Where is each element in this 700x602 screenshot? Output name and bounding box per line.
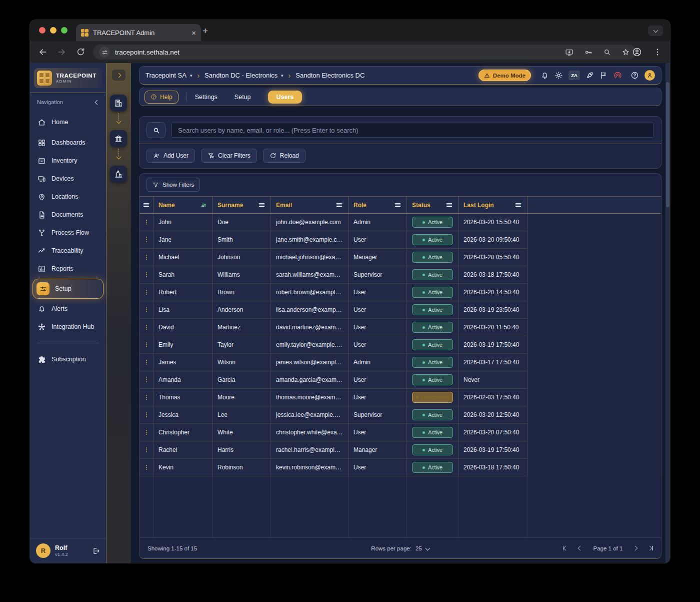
theme-sun-icon[interactable] [554,71,563,80]
table-row[interactable]: Jane Smith jane.smith@example.com User A… [140,231,661,249]
sidebar-item-process-flow[interactable]: Process Flow [30,224,106,242]
row-actions-kebab-icon[interactable] [140,354,154,371]
sidebar-item-devices[interactable]: Devices [30,170,106,188]
table-row[interactable]: Thomas Moore thomas.moore@example.com Us… [140,389,661,406]
user-avatar[interactable]: R [36,543,50,558]
dc-level-button[interactable] [110,166,127,183]
breadcrumb-dc[interactable]: Sandton Electronics DC [296,72,364,79]
table-row[interactable]: Amanda Garcia amanda.garcia@example.com … [140,371,661,389]
collapse-sidebar-icon[interactable] [95,100,100,105]
breadcrumb-company[interactable]: Tracepoint SA▾ [146,72,192,79]
row-actions-kebab-icon[interactable] [140,406,154,424]
row-actions-kebab-icon[interactable] [140,319,154,336]
rows-per-page-value[interactable]: 25 [416,545,422,551]
profile-avatar-icon[interactable] [644,70,655,81]
notifications-bell-icon[interactable] [540,71,549,80]
row-actions-kebab-icon[interactable] [140,301,154,319]
password-key-icon[interactable] [584,48,592,57]
tab-search-button[interactable] [648,26,663,36]
row-actions-kebab-icon[interactable] [140,231,154,249]
table-row[interactable]: Kevin Robinson kevin.robinson@example.co… [140,459,661,476]
row-actions-kebab-icon[interactable] [140,441,154,459]
site-settings-icon[interactable] [99,47,110,58]
breadcrumb-site[interactable]: Sandton DC - Electronics▾ [204,72,283,79]
table-row[interactable]: Rachel Harris rachel.harris@example.com … [140,441,661,459]
column-header-role[interactable]: Role [348,197,407,214]
help-icon[interactable] [630,71,639,80]
new-tab-button[interactable]: + [202,26,208,37]
locale-button[interactable]: ZA [568,71,580,80]
back-button[interactable] [38,47,48,57]
show-filters-button[interactable]: Show Filters [146,178,200,192]
brand-logo[interactable]: TRACEPOINT ADMIN [34,68,102,88]
prev-page-button[interactable] [578,546,582,550]
reload-button[interactable] [76,47,86,57]
first-page-button[interactable] [563,546,568,550]
tab-users[interactable]: Users [268,91,302,104]
table-row[interactable]: Emily Taylor emily.taylor@example.com Us… [140,336,661,354]
column-menu-icon[interactable] [394,201,402,209]
help-button[interactable]: Help [144,91,178,104]
row-actions-kebab-icon[interactable] [140,249,154,266]
sidebar-item-dashboards[interactable]: Dashboards [30,134,106,152]
last-page-button[interactable] [648,546,653,550]
add-user-button[interactable]: Add User [146,149,195,163]
row-actions-kebab-icon[interactable] [140,284,154,301]
sidebar-item-setup[interactable]: Setup [32,279,104,299]
table-row[interactable]: John Doe john.doe@example.com Admin Acti… [140,214,661,231]
demo-mode-badge[interactable]: Demo Mode [478,70,531,81]
forward-button[interactable] [56,47,66,57]
column-header-status[interactable]: Status [407,197,458,214]
sidebar-item-subscription[interactable]: Subscription [30,350,106,368]
sidebar-item-reports[interactable]: Reports [30,260,106,278]
sidebar-item-inventory[interactable]: Inventory [30,152,106,170]
table-row[interactable]: Christopher White christopher.white@exam… [140,424,661,441]
bookmark-star-icon[interactable] [622,48,630,57]
row-actions-kebab-icon[interactable] [140,371,154,389]
sidebar-item-locations[interactable]: Locations [30,188,106,206]
row-actions-kebab-icon[interactable] [140,336,154,354]
column-header-surname[interactable]: Surname [212,197,271,214]
table-row[interactable]: Robert Brown robert.brown@example.com Us… [140,284,661,301]
live-broadcast-icon[interactable] [614,71,622,80]
sidebar-item-alerts[interactable]: Alerts [30,300,106,318]
column-menu-icon[interactable] [258,201,266,209]
table-row[interactable]: James Wilson james.wilson@example.com Ad… [140,354,661,371]
close-tab-icon[interactable]: × [192,29,196,37]
row-actions-kebab-icon[interactable] [140,214,154,231]
table-row[interactable]: Jessica Lee jessica.lee@example.com Supe… [140,406,661,424]
column-header-email[interactable]: Email [271,197,348,214]
rows-per-page[interactable]: Rows per page: 25 [371,545,429,551]
install-app-icon[interactable] [565,48,574,57]
column-menu-button[interactable] [140,197,154,214]
expand-rail-button[interactable] [112,70,126,81]
search-input[interactable] [172,123,654,138]
tab-setup[interactable]: Setup [234,94,251,101]
sidebar-item-integration-hub[interactable]: Integration Hub [30,318,106,336]
browser-profile-icon[interactable] [632,47,642,57]
company-level-button[interactable] [110,95,127,112]
logout-icon[interactable] [92,547,100,555]
page-scrollbar[interactable] [666,63,670,563]
column-header-name[interactable]: Name [154,197,212,214]
minimize-window-button[interactable] [50,27,56,34]
flag-icon[interactable] [600,71,608,80]
scrollbar-thumb[interactable] [666,82,670,207]
maximize-window-button[interactable] [61,27,68,34]
row-actions-kebab-icon[interactable] [140,266,154,284]
column-menu-icon[interactable] [514,201,522,209]
sidebar-item-home[interactable]: Home [30,113,106,131]
column-menu-icon[interactable] [446,201,453,209]
clear-filters-button[interactable]: Clear Filters [201,149,257,163]
table-row[interactable]: Lisa Anderson lisa.anderson@example.com … [140,301,661,319]
search-button[interactable] [146,122,166,138]
column-menu-icon[interactable] [336,201,343,209]
reload-table-button[interactable]: Reload [263,149,306,163]
sidebar-item-traceability[interactable]: Traceability [30,242,106,260]
row-actions-kebab-icon[interactable] [140,424,154,441]
browser-tab[interactable]: TRACEPOINT Admin × [76,24,201,41]
column-header-last-login[interactable]: Last Login [458,197,528,214]
table-row[interactable]: David Martinez david.martinez@example.co… [140,319,661,336]
table-row[interactable]: Michael Johnson michael.johnson@example.… [140,249,661,266]
sidebar-item-documents[interactable]: Documents [30,206,106,224]
